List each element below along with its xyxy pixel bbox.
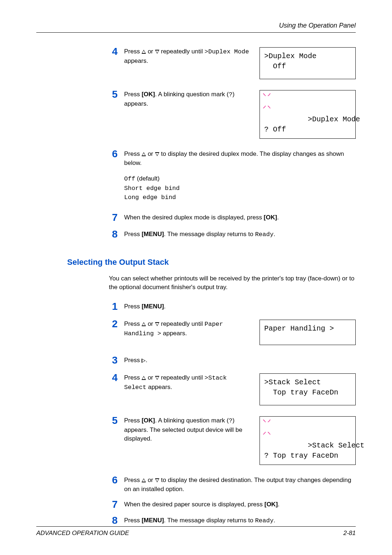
text: . The message display returns to (164, 231, 255, 238)
lcd-line: Top tray FaceDn (264, 388, 338, 397)
up-triangle-icon (142, 478, 146, 482)
text: When the desired paper source is display… (124, 501, 264, 508)
step-number: 8 (109, 229, 118, 239)
mono-text: ? (229, 417, 232, 424)
step-text: Press or to display the desired destinat… (124, 476, 356, 494)
step-text: Press or to display the desired duplex m… (124, 150, 356, 202)
mono-text: Ready (255, 231, 274, 238)
step: 7 When the desired duplex mode is displa… (109, 213, 356, 223)
step-number: 4 (109, 46, 118, 57)
down-triangle-icon (155, 478, 159, 482)
step-number: 6 (109, 475, 118, 485)
lcd-line: >Duplex Mode (264, 52, 317, 60)
step: 2 Press or repeatedly until Paper Handli… (109, 320, 356, 345)
blink-rays-icon: ⟋⟍ (262, 104, 271, 111)
text: Press (124, 517, 142, 524)
text: . (146, 357, 147, 364)
step: 4 Press or repeatedly until >Duplex Mode… (109, 47, 356, 79)
lcd-display: ⟍⟋ ⟋⟍>Duplex Mode ? Off (260, 90, 356, 139)
step-text: When the desired duplex mode is displaye… (124, 213, 356, 222)
step: 6 Press or to display the desired duplex… (109, 150, 356, 202)
lcd-display: ⟍⟋ ⟋⟍>Stack Select ? Top tray FaceDn (260, 416, 356, 465)
step-text: Press or repeatedly until >Duplex Mode a… (124, 47, 252, 65)
text: repeatedly until (159, 48, 205, 55)
text: . The message display returns to (164, 517, 255, 524)
manual-page: Using the Operation Panel 4 Press or rep… (0, 0, 392, 555)
blink-rays-icon: ⟋⟍ (262, 430, 271, 437)
bold-text: [MENU] (142, 231, 164, 238)
bold-text: [MENU] (142, 517, 164, 524)
step: 3 Press . (109, 356, 356, 365)
text: Press (124, 357, 142, 364)
lcd-line: Paper Handling > (264, 324, 334, 333)
text: Press (124, 150, 142, 157)
mono-text: Ready (255, 517, 274, 524)
footer-rule (36, 526, 356, 527)
section-heading: Selecting the Output Stack (67, 258, 356, 267)
down-triangle-icon (155, 376, 159, 380)
step-number: 1 (109, 301, 118, 312)
text: Press (124, 91, 142, 98)
bold-text: [OK] (264, 214, 277, 221)
bold-text: [OK] (142, 417, 155, 424)
step: 5 Press [OK]. A blinking question mark (… (109, 90, 356, 139)
step: 4 Press or repeatedly until >Stack Selec… (109, 373, 356, 405)
right-triangle-icon (142, 358, 146, 363)
section-intro: You can select whether printouts will be… (109, 274, 356, 292)
step-text: When the desired paper source is display… (124, 500, 356, 509)
lcd-line: ? Top tray FaceDn (264, 451, 338, 460)
bold-text: [MENU] (142, 303, 164, 310)
blink-rays-icon: ⟍⟋ (262, 92, 271, 98)
text: . (274, 231, 275, 238)
up-triangle-icon (142, 322, 146, 326)
footer-page-number: 2-81 (343, 530, 356, 537)
text: . A blinking question mark ( (155, 417, 229, 424)
up-triangle-icon (142, 152, 146, 156)
lcd-line: >Stack Select (264, 378, 321, 386)
text: . (278, 501, 279, 508)
step-number: 4 (109, 373, 118, 383)
step: 1 Press [MENU]. (109, 302, 356, 312)
step-text: Press or repeatedly until >Stack Select … (124, 373, 252, 392)
mono-text: ? (229, 91, 232, 98)
bold-text: [OK] (264, 501, 278, 508)
text: or (146, 374, 155, 381)
lcd-line: ? Off (264, 125, 286, 134)
text: or (146, 150, 155, 157)
footer-left: ADVANCED OPERATION GUIDE (36, 530, 129, 537)
text: Press (124, 477, 142, 483)
option-list: Off (default) Short edge bind Long edge … (124, 174, 356, 202)
step-text: Press [OK]. A blinking question mark (?)… (124, 90, 252, 108)
text: When the desired duplex mode is displaye… (124, 214, 264, 221)
text: . A blinking question mark ( (155, 91, 229, 98)
step: 8 Press [MENU]. The message display retu… (109, 230, 356, 239)
text: appears. (124, 57, 148, 64)
bold-text: [OK] (142, 91, 155, 98)
step-text: Press [OK]. A blinking question mark (?)… (124, 416, 252, 443)
up-triangle-icon (142, 376, 146, 380)
step-text: Press [MENU]. The message display return… (124, 516, 356, 526)
text: . (164, 303, 166, 310)
lcd-display: >Stack Select Top tray FaceDn (260, 373, 356, 405)
text: or (146, 477, 155, 483)
lcd-display: Paper Handling > (260, 320, 356, 345)
down-triangle-icon (155, 50, 159, 54)
step-number: 7 (109, 212, 118, 223)
text: appears. (146, 384, 172, 390)
page-header: Using the Operation Panel (36, 22, 356, 29)
step-number: 7 (109, 499, 118, 510)
text: . (277, 214, 279, 221)
blink-rays-icon: ⟍⟋ (262, 418, 271, 425)
text: appears. (161, 330, 187, 337)
text: (default) (135, 175, 160, 182)
down-triangle-icon (155, 322, 159, 326)
step: 7 When the desired paper source is displ… (109, 500, 356, 510)
text: Press (124, 303, 142, 310)
text: . (274, 517, 275, 524)
lcd-display: >Duplex Mode Off (260, 47, 356, 79)
step-text: Press . (124, 356, 356, 365)
step: 8 Press [MENU]. The message display retu… (109, 516, 356, 526)
mono-text: >Duplex Mode (205, 48, 249, 55)
mono-text: Off (124, 175, 135, 182)
page-content: 4 Press or repeatedly until >Duplex Mode… (109, 47, 356, 526)
